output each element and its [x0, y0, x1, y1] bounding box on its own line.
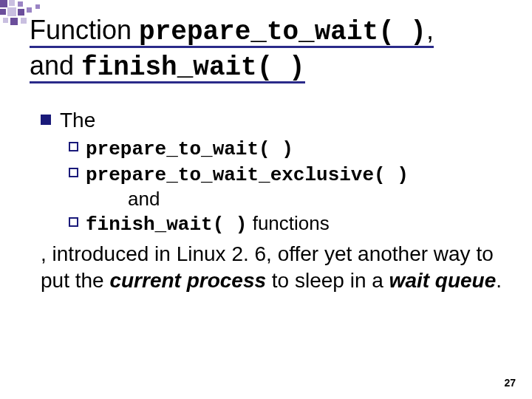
- paragraph: , introduced in Linux 2. 6, offer yet an…: [41, 241, 502, 294]
- slide: Function prepare_to_wait( ), and finish_…: [0, 0, 532, 399]
- para-em-2: wait queue: [389, 269, 497, 292]
- bullet-level-1: The: [41, 107, 502, 133]
- bullet-outline-icon: [69, 142, 78, 151]
- bullet-the: The: [60, 107, 95, 133]
- bullet-tail: functions: [247, 212, 329, 234]
- bullet-outline-icon: [69, 217, 78, 227]
- sub-bullets: prepare_to_wait( ) prepare_to_wait_exclu…: [69, 136, 502, 236]
- bullet-level-2: prepare_to_wait( ): [69, 136, 502, 162]
- page-number: 27: [504, 377, 516, 389]
- slide-body: The prepare_to_wait( ) prepare_to_wait_e…: [41, 107, 502, 294]
- title-code-2: finish_wait( ): [81, 52, 304, 83]
- bullet-square-icon: [41, 115, 51, 125]
- para-mid: to sleep in a: [266, 269, 389, 292]
- para-after: .: [496, 269, 502, 292]
- bullet-code: finish_wait( ): [86, 214, 247, 236]
- title-prefix: Function: [30, 15, 139, 45]
- bullet-outline-icon: [69, 168, 78, 177]
- title-and: and: [30, 50, 81, 81]
- para-em-1: current process: [109, 269, 266, 292]
- slide-title: Function prepare_to_wait( ), and finish_…: [30, 13, 510, 84]
- and-line: and: [128, 187, 502, 211]
- title-comma: ,: [426, 15, 434, 45]
- bullet-code: prepare_to_wait( ): [86, 138, 293, 160]
- bullet-code: prepare_to_wait_exclusive( ): [86, 164, 409, 186]
- bullet-level-2: finish_wait( ) functions: [69, 211, 502, 237]
- title-code-1: prepare_to_wait( ): [139, 17, 426, 47]
- bullet-level-2: prepare_to_wait_exclusive( ): [69, 162, 502, 188]
